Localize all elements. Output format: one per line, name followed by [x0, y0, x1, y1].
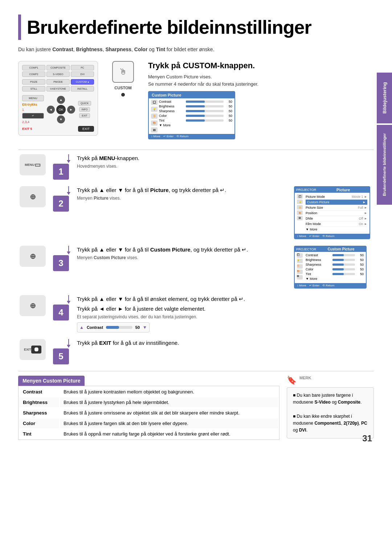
- step-3-icon: ⊕: [20, 246, 46, 267]
- step-1-icon: MENU ▭: [20, 154, 46, 175]
- remote-nav-num: 2,3,4: [22, 120, 44, 124]
- step-5-icon: EXIT ⏺: [20, 339, 46, 360]
- table-term-contrast: Contrast: [19, 387, 59, 397]
- right-sidebar: Bildejustering Brukerdefinerte bildeinns…: [377, 73, 392, 205]
- remote-custom[interactable]: CUSTOM ●: [71, 79, 94, 85]
- adjustment-bar: ▲ Contrast 50 ▼: [77, 322, 150, 332]
- mini-icon-4: 🎨: [151, 121, 158, 126]
- adj-val: 50: [135, 325, 140, 330]
- note-icon: 🔖: [287, 376, 297, 385]
- note-section: 🔖 MERK ■ Du kan bare justere fargene i m…: [287, 376, 374, 438]
- adj-bar-fill: [106, 326, 119, 329]
- table-row: Contrast Brukes til å justere kontrasten…: [19, 387, 278, 397]
- step-5-row: EXIT ⏺ 5 Trykk på EXIT for å gå ut av in…: [18, 339, 374, 364]
- step-4-main: Trykk på ▲ eller ▼ for å gå til ønsket e…: [77, 295, 374, 303]
- mini-icon-2: 💡: [151, 107, 158, 112]
- step-3-sub: Menyen Custom Picture vises.: [77, 255, 288, 260]
- step-3-row: ⊕ 3 Trykk på ▲ eller ▼ for å gå til Cust…: [18, 246, 374, 289]
- bottom-divider: [18, 371, 374, 371]
- remote-psize: PSIZE: [22, 79, 45, 85]
- remote-enter-btn[interactable]: ↵: [22, 113, 44, 119]
- exit-number-label: EXIT 5: [22, 127, 32, 131]
- remote-control: COMP1 COMPOSITE PC COMP2 S-VIDEO DVI PSI…: [18, 61, 98, 136]
- remote-ett-trykks: Ett-trykks: [22, 103, 44, 106]
- step-3-number: 3: [53, 255, 69, 271]
- step-2-sub: Menyen Picture vises.: [77, 196, 288, 201]
- page-subtitle: Du kan justere Contrast, Brightness, Sha…: [18, 46, 374, 52]
- custom-label: CUSTOM: [114, 86, 131, 90]
- table-def-contrast: Brukes til å justere kontrasten mellom o…: [60, 387, 278, 397]
- adj-up-arrow: ▲: [79, 325, 84, 330]
- remote-ok[interactable]: OK: [56, 105, 66, 114]
- step-2-right: PROJECTOR Picture 🔲 💡 🔆 🎨 🖼 Picture Mo: [294, 186, 374, 239]
- remote-comp2: COMP2: [22, 72, 45, 77]
- page-number: 31: [362, 433, 372, 444]
- remote-right[interactable]: ►: [67, 106, 75, 114]
- adj-down-arrow: ▼: [143, 325, 147, 330]
- menu-table-wrapper: Menyen Custom Picture Contrast Brukes ti…: [18, 376, 279, 440]
- picture-menu-title: Picture: [318, 188, 368, 192]
- table-term-sharpness: Sharpness: [19, 408, 59, 418]
- remote-left[interactable]: ◄: [47, 106, 55, 114]
- remote-down[interactable]: ▼: [57, 115, 65, 123]
- step-2-number: 2: [53, 196, 69, 212]
- remote-install: INSTALL: [71, 86, 94, 91]
- step-4-number: 4: [53, 305, 69, 320]
- step-1-row: MENU ▭ 1 Trykk på MENU-knappen. Hovedmen…: [18, 154, 374, 180]
- table-def-color: Brukes til å justere fargen slik at den …: [60, 418, 278, 428]
- mini-icon-5: 🖼: [151, 127, 158, 132]
- mini-icon-3: 🔆: [151, 114, 158, 119]
- table-row: Tint Brukes til å oppnå mer naturlig far…: [19, 429, 278, 439]
- note-label: MERK: [299, 376, 311, 380]
- table-term-brightness: Brightness: [19, 397, 59, 407]
- step-4-icon: ⊕: [20, 295, 46, 316]
- title-section: Brukerdefinerte bildeinnstillinger: [18, 15, 374, 40]
- remote-pmode: PMODE: [46, 79, 70, 85]
- remote-dvi: DVI: [71, 72, 94, 77]
- instructions-section: Trykk på CUSTOM-knappen. Menyen Custom P…: [148, 61, 374, 139]
- step-1-sub: Hovedmenyen vises.: [77, 164, 374, 169]
- adj-label: Contrast: [87, 325, 103, 330]
- remote-pc: PC: [71, 65, 94, 70]
- step-4-sub: Et separat justeringsvindu vises, der du…: [77, 314, 374, 319]
- bottom-section: Menyen Custom Picture Contrast Brukes ti…: [18, 376, 374, 440]
- note-point-2: ■ Du kan ikke endre skarphet i modusene …: [293, 413, 368, 434]
- step-2-main: Trykk på ▲ eller ▼ for å gå til Picture,…: [77, 186, 288, 195]
- custom-button-section: 🖱 CUSTOM: [107, 61, 139, 97]
- mini-custom-picture-menu: Custom Picture 🔲 💡 🔆 🎨 🖼 Contrast50 Brig…: [148, 91, 235, 139]
- top-section: COMP1 COMPOSITE PC COMP2 S-VIDEO DVI PSI…: [18, 61, 374, 139]
- sidebar-label-brukerdefinerte: Brukerdefinerte bildeinnstillinger: [377, 125, 392, 205]
- picture-menu: PROJECTOR Picture 🔲 💡 🔆 🎨 🖼 Picture Mo: [294, 186, 370, 239]
- custom-dot: [121, 93, 125, 97]
- note-content: ■ Du kan bare justere fargene i modusene…: [287, 387, 374, 438]
- remote-quick[interactable]: QUICK: [78, 101, 91, 106]
- table-def-brightness: Brukes til å justere lysstyrken på hele …: [60, 397, 278, 407]
- menu-table: Contrast Brukes til å justere kontrasten…: [18, 386, 279, 440]
- remote-svideo: S-VIDEO: [46, 72, 70, 77]
- table-row: Sharpness Brukes til å justere omrissene…: [19, 408, 278, 418]
- table-def-tint: Brukes til å oppnå mer naturlig farge på…: [60, 429, 278, 439]
- step-5-number: 5: [53, 348, 69, 364]
- remote-exit-top[interactable]: EXIT: [79, 113, 90, 118]
- sidebar-label-bildejustering: Bildejustering: [377, 73, 392, 123]
- instruction-title: Trykk på CUSTOM-knappen.: [148, 61, 374, 70]
- remote-vkeystone: V.KEYSTONE: [46, 86, 70, 91]
- step-2-row: ⊕ 2 Trykk på ▲ eller ▼ for å gå til Pict…: [18, 186, 374, 239]
- section-divider: [18, 150, 374, 150]
- table-row: Brightness Brukes til å justere lysstyrk…: [19, 397, 278, 407]
- mini-menu-title: Custom Picture: [149, 92, 234, 98]
- note-point-1: ■ Du kan bare justere fargene i modusene…: [293, 392, 368, 406]
- remote-enter-label: 1: [22, 108, 44, 111]
- remote-composite: COMPOSITE: [46, 65, 70, 70]
- remote-menu[interactable]: MENU: [22, 95, 44, 101]
- mini-icon-1: 🔲: [151, 100, 158, 105]
- remote-exit-btn[interactable]: EXIT: [78, 126, 94, 132]
- step-5-main: Trykk på EXIT for å gå ut av innstilling…: [77, 339, 374, 347]
- table-row: Color Brukes til å justere fargen slik a…: [19, 418, 278, 428]
- step-1-number: 1: [53, 164, 69, 180]
- custom-menu-step3: PROJECTOR Custom Picture 🔲 💡 🔆 🎨 🖼 Con: [294, 246, 367, 289]
- remote-up[interactable]: ▲: [57, 96, 65, 104]
- step-2-icon: ⊕: [20, 186, 46, 207]
- table-term-tint: Tint: [19, 429, 59, 439]
- remote-info[interactable]: INFO: [79, 107, 90, 112]
